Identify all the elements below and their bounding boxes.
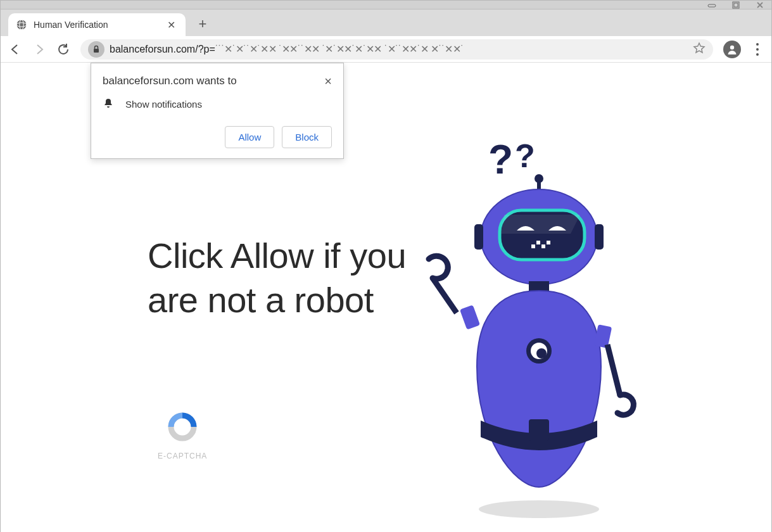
globe-icon (16, 19, 27, 30)
svg-point-27 (536, 348, 547, 358)
svg-point-14 (535, 174, 543, 183)
browser-tab[interactable]: Human Verification ✕ (8, 13, 186, 36)
svg-text:?: ? (515, 137, 535, 174)
browser-toolbar: balanceforsun.com/?p=˙˙˙✕˙✕˙˙✕˙✕✕ ˙✕✕˙˙✕… (1, 36, 771, 63)
svg-rect-20 (531, 244, 535, 248)
svg-point-10 (479, 500, 599, 518)
url-domain: balanceforsun.com/?p= (110, 44, 215, 54)
address-bar[interactable]: balanceforsun.com/?p=˙˙˙✕˙✕˙˙✕˙✕✕ ˙✕✕˙˙✕… (80, 39, 713, 60)
permission-title: balanceforsun.com wants to (103, 75, 237, 87)
bookmark-star-icon[interactable] (693, 42, 706, 57)
os-titlebar (1, 1, 771, 10)
captcha-ring-icon (167, 411, 198, 443)
page-content: balanceforsun.com wants to × Show notifi… (1, 63, 771, 532)
minimize-button[interactable] (704, 1, 719, 9)
svg-point-8 (730, 45, 734, 49)
tab-strip: Human Verification ✕ + (1, 10, 771, 36)
new-tab-button[interactable]: + (192, 13, 213, 35)
captcha-badge: E-CAPTCHA (158, 411, 207, 460)
svg-rect-7 (94, 49, 99, 53)
dialog-close-icon[interactable]: × (324, 75, 332, 87)
svg-rect-23 (547, 241, 550, 244)
svg-rect-0 (708, 4, 716, 7)
kebab-menu-icon[interactable] (751, 43, 764, 56)
svg-line-32 (607, 345, 620, 395)
svg-rect-28 (529, 419, 549, 441)
bell-icon (103, 98, 114, 111)
lock-icon (88, 41, 104, 58)
captcha-label: E-CAPTCHA (158, 452, 207, 460)
notification-permission-dialog: balanceforsun.com wants to × Show notifi… (91, 63, 344, 159)
back-button[interactable] (8, 42, 22, 56)
tab-close-icon[interactable]: ✕ (165, 19, 178, 31)
reload-button[interactable] (56, 42, 70, 56)
permission-request-label: Show notifications (125, 99, 202, 110)
maximize-button[interactable] (728, 1, 744, 9)
allow-button[interactable]: Allow (225, 126, 274, 148)
svg-line-30 (433, 278, 457, 313)
profile-avatar-icon[interactable] (723, 41, 741, 58)
svg-rect-21 (536, 241, 540, 244)
svg-text:?: ? (488, 137, 513, 182)
svg-rect-18 (595, 224, 604, 250)
block-button[interactable]: Block (282, 126, 332, 148)
svg-rect-22 (541, 244, 545, 248)
page-headline: Click Allow if you are not a robot (148, 234, 414, 322)
svg-rect-2 (734, 3, 738, 7)
tab-title: Human Verification (34, 20, 158, 30)
url-text: balanceforsun.com/?p=˙˙˙✕˙✕˙˙✕˙✕✕ ˙✕✕˙˙✕… (110, 43, 688, 55)
svg-rect-29 (460, 305, 480, 329)
browser-window: Human Verification ✕ + balanceforsun.com… (0, 0, 772, 532)
forward-button[interactable] (32, 42, 46, 56)
svg-rect-24 (529, 281, 549, 291)
window-close-button[interactable] (752, 1, 768, 9)
url-query-obscured: ˙˙˙✕˙✕˙˙✕˙✕✕ ˙✕✕˙˙✕✕ ˙✕˙✕✕˙✕˙✕✕ ˙✕˙˙✕✕˙✕… (215, 44, 464, 54)
robot-illustration: ? ? (406, 129, 647, 522)
svg-rect-17 (474, 224, 483, 250)
